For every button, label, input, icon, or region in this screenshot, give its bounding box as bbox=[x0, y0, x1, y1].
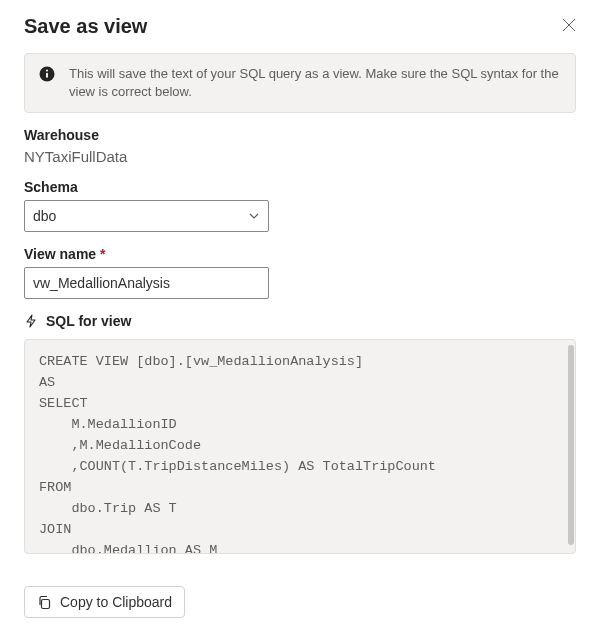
view-name-label: View name * bbox=[24, 246, 576, 262]
scrollbar-thumb[interactable] bbox=[568, 345, 574, 545]
schema-field: Schema dbo bbox=[24, 179, 576, 232]
chevron-down-icon bbox=[248, 210, 260, 222]
dialog-title: Save as view bbox=[24, 15, 147, 38]
info-icon bbox=[39, 66, 55, 82]
warehouse-label: Warehouse bbox=[24, 127, 576, 143]
svg-rect-3 bbox=[42, 599, 50, 608]
info-banner: This will save the text of your SQL quer… bbox=[24, 53, 576, 113]
warehouse-field: Warehouse NYTaxiFullData bbox=[24, 127, 576, 165]
dialog-header: Save as view bbox=[24, 14, 576, 39]
schema-selected-value: dbo bbox=[33, 208, 248, 224]
sql-section: SQL for view CREATE VIEW [dbo].[vw_Medal… bbox=[24, 313, 576, 554]
required-asterisk: * bbox=[100, 246, 105, 262]
copy-button-label: Copy to Clipboard bbox=[60, 594, 172, 610]
sql-label: SQL for view bbox=[46, 313, 131, 329]
sql-code-area[interactable]: CREATE VIEW [dbo].[vw_MedallionAnalysis]… bbox=[24, 339, 576, 554]
sql-box-wrapper: CREATE VIEW [dbo].[vw_MedallionAnalysis]… bbox=[24, 339, 576, 554]
schema-select[interactable]: dbo bbox=[24, 200, 269, 232]
info-text: This will save the text of your SQL quer… bbox=[69, 65, 561, 101]
view-name-input[interactable] bbox=[24, 267, 269, 299]
copy-to-clipboard-button[interactable]: Copy to Clipboard bbox=[24, 586, 185, 618]
svg-rect-2 bbox=[46, 73, 48, 78]
close-button[interactable] bbox=[552, 14, 576, 39]
close-icon bbox=[562, 18, 576, 32]
save-as-view-dialog: Save as view This will save the text of … bbox=[0, 0, 600, 633]
copy-icon bbox=[37, 595, 52, 610]
view-name-field: View name * bbox=[24, 246, 576, 299]
flash-icon bbox=[24, 314, 38, 328]
svg-point-1 bbox=[46, 69, 48, 71]
sql-label-row: SQL for view bbox=[24, 313, 576, 329]
warehouse-value: NYTaxiFullData bbox=[24, 148, 576, 165]
schema-label: Schema bbox=[24, 179, 576, 195]
